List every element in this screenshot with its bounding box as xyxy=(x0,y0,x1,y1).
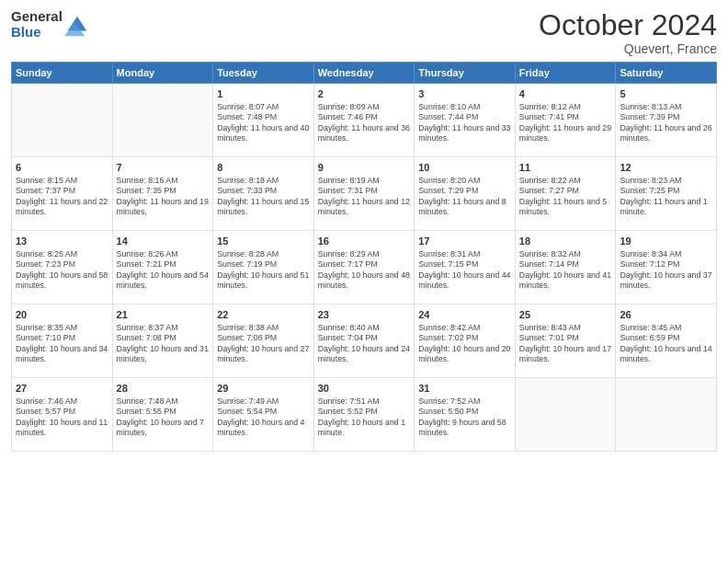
day-info: Sunrise: 8:23 AM Sunset: 7:25 PM Dayligh… xyxy=(620,176,712,218)
day-info: Sunrise: 8:31 AM Sunset: 7:15 PM Dayligh… xyxy=(418,249,511,292)
calendar-cell: 29Sunrise: 7:49 AM Sunset: 5:54 PM Dayli… xyxy=(213,378,314,452)
calendar-body: 1Sunrise: 8:07 AM Sunset: 7:48 PM Daylig… xyxy=(12,84,717,452)
calendar-cell: 25Sunrise: 8:43 AM Sunset: 7:01 PM Dayli… xyxy=(515,304,616,378)
day-number: 8 xyxy=(217,161,310,175)
calendar-cell: 26Sunrise: 8:45 AM Sunset: 6:59 PM Dayli… xyxy=(616,304,717,378)
calendar-week-row: 6Sunrise: 8:15 AM Sunset: 7:37 PM Daylig… xyxy=(12,157,717,231)
day-info: Sunrise: 8:35 AM Sunset: 7:10 PM Dayligh… xyxy=(16,323,108,365)
logo: General Blue xyxy=(11,9,90,40)
day-number: 16 xyxy=(318,235,411,248)
logo-text: General Blue xyxy=(11,9,63,40)
day-info: Sunrise: 8:25 AM Sunset: 7:23 PM Dayligh… xyxy=(16,249,108,292)
calendar-cell: 10Sunrise: 8:20 AM Sunset: 7:29 PM Dayli… xyxy=(415,157,516,231)
calendar-cell: 17Sunrise: 8:31 AM Sunset: 7:15 PM Dayli… xyxy=(415,231,516,304)
day-number: 10 xyxy=(418,161,511,175)
weekday-thursday: Thursday xyxy=(415,63,516,84)
day-number: 31 xyxy=(418,382,511,396)
day-info: Sunrise: 8:37 AM Sunset: 7:08 PM Dayligh… xyxy=(117,323,210,365)
day-number: 7 xyxy=(117,161,210,175)
weekday-friday: Friday xyxy=(515,63,616,84)
day-number: 18 xyxy=(519,235,612,248)
day-number: 6 xyxy=(16,161,108,175)
calendar-cell: 14Sunrise: 8:26 AM Sunset: 7:21 PM Dayli… xyxy=(112,231,213,304)
calendar-cell: 7Sunrise: 8:16 AM Sunset: 7:35 PM Daylig… xyxy=(112,157,213,231)
day-info: Sunrise: 8:16 AM Sunset: 7:35 PM Dayligh… xyxy=(117,176,210,218)
calendar-cell: 19Sunrise: 8:34 AM Sunset: 7:12 PM Dayli… xyxy=(616,231,717,304)
day-info: Sunrise: 7:46 AM Sunset: 5:57 PM Dayligh… xyxy=(16,396,108,439)
calendar-cell: 21Sunrise: 8:37 AM Sunset: 7:08 PM Dayli… xyxy=(112,304,213,378)
calendar-cell: 3Sunrise: 8:10 AM Sunset: 7:44 PM Daylig… xyxy=(415,84,516,157)
day-number: 17 xyxy=(418,235,511,248)
calendar-week-row: 13Sunrise: 8:25 AM Sunset: 7:23 PM Dayli… xyxy=(12,231,717,304)
calendar-cell: 8Sunrise: 8:18 AM Sunset: 7:33 PM Daylig… xyxy=(213,157,314,231)
weekday-saturday: Saturday xyxy=(616,63,717,84)
day-number: 26 xyxy=(620,308,712,322)
day-info: Sunrise: 8:26 AM Sunset: 7:21 PM Dayligh… xyxy=(117,249,210,292)
calendar-cell: 5Sunrise: 8:13 AM Sunset: 7:39 PM Daylig… xyxy=(616,84,717,157)
calendar-cell: 18Sunrise: 8:32 AM Sunset: 7:14 PM Dayli… xyxy=(515,231,616,304)
day-info: Sunrise: 8:43 AM Sunset: 7:01 PM Dayligh… xyxy=(519,323,612,365)
day-info: Sunrise: 8:22 AM Sunset: 7:27 PM Dayligh… xyxy=(519,176,612,218)
calendar-cell: 1Sunrise: 8:07 AM Sunset: 7:48 PM Daylig… xyxy=(213,84,314,157)
day-info: Sunrise: 8:18 AM Sunset: 7:33 PM Dayligh… xyxy=(217,176,310,218)
calendar-cell: 12Sunrise: 8:23 AM Sunset: 7:25 PM Dayli… xyxy=(616,157,717,231)
day-info: Sunrise: 8:12 AM Sunset: 7:41 PM Dayligh… xyxy=(519,102,612,144)
calendar-cell: 15Sunrise: 8:28 AM Sunset: 7:19 PM Dayli… xyxy=(213,231,314,304)
day-info: Sunrise: 8:38 AM Sunset: 7:06 PM Dayligh… xyxy=(217,323,310,365)
day-number: 22 xyxy=(217,308,310,322)
month-title: October 2024 xyxy=(539,9,717,41)
day-number: 14 xyxy=(117,235,210,248)
day-number: 13 xyxy=(16,235,108,248)
logo-general: General xyxy=(11,9,63,25)
calendar-cell: 20Sunrise: 8:35 AM Sunset: 7:10 PM Dayli… xyxy=(12,304,113,378)
calendar-cell xyxy=(12,84,113,157)
day-number: 21 xyxy=(117,308,210,322)
day-number: 1 xyxy=(217,87,310,101)
day-info: Sunrise: 8:19 AM Sunset: 7:31 PM Dayligh… xyxy=(318,176,411,218)
logo-icon xyxy=(64,12,90,38)
day-info: Sunrise: 8:34 AM Sunset: 7:12 PM Dayligh… xyxy=(620,249,712,292)
calendar-cell: 27Sunrise: 7:46 AM Sunset: 5:57 PM Dayli… xyxy=(12,378,113,452)
day-info: Sunrise: 7:48 AM Sunset: 5:55 PM Dayligh… xyxy=(117,396,210,439)
day-number: 4 xyxy=(519,87,612,101)
calendar-header: SundayMondayTuesdayWednesdayThursdayFrid… xyxy=(12,63,717,84)
day-number: 2 xyxy=(318,87,411,101)
day-info: Sunrise: 8:13 AM Sunset: 7:39 PM Dayligh… xyxy=(620,102,712,144)
day-number: 30 xyxy=(318,382,411,396)
day-number: 29 xyxy=(217,382,310,396)
calendar-cell: 11Sunrise: 8:22 AM Sunset: 7:27 PM Dayli… xyxy=(515,157,616,231)
header: General Blue October 2024 Quevert, Franc… xyxy=(11,9,717,56)
day-number: 27 xyxy=(16,382,108,396)
day-number: 11 xyxy=(519,161,612,175)
day-info: Sunrise: 8:20 AM Sunset: 7:29 PM Dayligh… xyxy=(418,176,511,218)
weekday-tuesday: Tuesday xyxy=(213,63,314,84)
calendar-cell xyxy=(616,378,717,452)
weekday-wednesday: Wednesday xyxy=(313,63,415,84)
subtitle: Quevert, France xyxy=(539,41,717,56)
day-info: Sunrise: 7:51 AM Sunset: 5:52 PM Dayligh… xyxy=(318,396,411,439)
title-area: October 2024 Quevert, France xyxy=(539,9,717,56)
day-number: 5 xyxy=(620,87,712,101)
day-info: Sunrise: 8:45 AM Sunset: 6:59 PM Dayligh… xyxy=(620,323,712,365)
day-info: Sunrise: 8:15 AM Sunset: 7:37 PM Dayligh… xyxy=(16,176,108,218)
calendar-cell xyxy=(112,84,213,157)
calendar-cell: 16Sunrise: 8:29 AM Sunset: 7:17 PM Dayli… xyxy=(313,231,415,304)
calendar: SundayMondayTuesdayWednesdayThursdayFrid… xyxy=(11,62,717,452)
day-info: Sunrise: 8:09 AM Sunset: 7:46 PM Dayligh… xyxy=(318,102,411,144)
day-info: Sunrise: 8:32 AM Sunset: 7:14 PM Dayligh… xyxy=(519,249,612,292)
day-number: 24 xyxy=(418,308,511,322)
calendar-week-row: 27Sunrise: 7:46 AM Sunset: 5:57 PM Dayli… xyxy=(12,378,717,452)
weekday-monday: Monday xyxy=(112,63,213,84)
day-number: 25 xyxy=(519,308,612,322)
day-info: Sunrise: 8:07 AM Sunset: 7:48 PM Dayligh… xyxy=(217,102,310,144)
day-info: Sunrise: 8:10 AM Sunset: 7:44 PM Dayligh… xyxy=(418,102,511,144)
calendar-cell: 30Sunrise: 7:51 AM Sunset: 5:52 PM Dayli… xyxy=(313,378,415,452)
day-info: Sunrise: 8:28 AM Sunset: 7:19 PM Dayligh… xyxy=(217,249,310,292)
weekday-header-row: SundayMondayTuesdayWednesdayThursdayFrid… xyxy=(12,63,717,84)
calendar-cell: 6Sunrise: 8:15 AM Sunset: 7:37 PM Daylig… xyxy=(12,157,113,231)
day-number: 15 xyxy=(217,235,310,248)
day-number: 19 xyxy=(620,235,712,248)
day-info: Sunrise: 8:42 AM Sunset: 7:02 PM Dayligh… xyxy=(418,323,511,365)
calendar-cell xyxy=(515,378,616,452)
calendar-cell: 9Sunrise: 8:19 AM Sunset: 7:31 PM Daylig… xyxy=(313,157,415,231)
